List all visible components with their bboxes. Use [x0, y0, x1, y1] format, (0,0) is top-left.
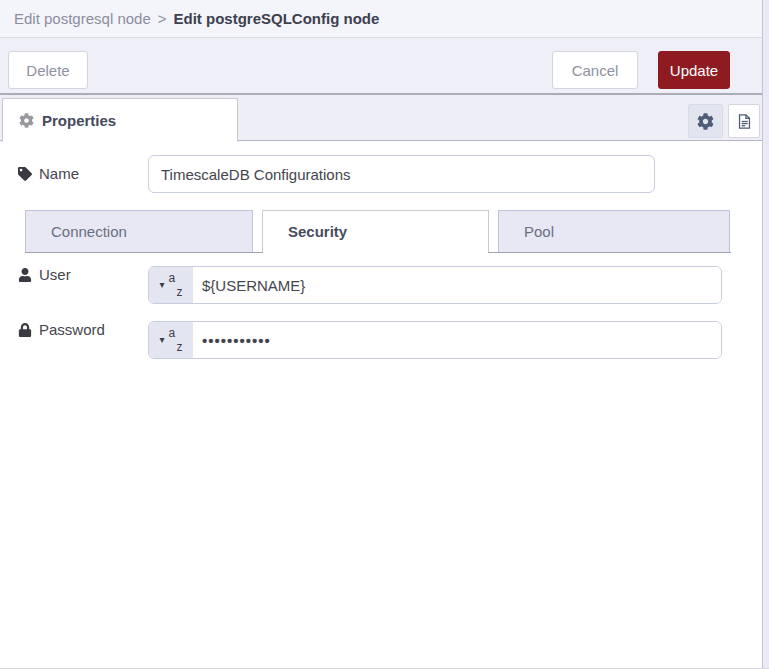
dialog-toolbar: Delete Cancel Update [0, 38, 762, 95]
breadcrumb: Edit postgresql node > Edit postgreSQLCo… [0, 0, 762, 38]
string-type-letter-a: a [169, 272, 176, 284]
tab-properties[interactable]: Properties [2, 98, 238, 142]
string-type-letter-a: a [169, 327, 176, 339]
string-type-icon: a z [169, 329, 183, 351]
gear-button-icon [697, 113, 714, 130]
password-input[interactable] [193, 322, 721, 358]
right-edge-strip [762, 0, 769, 669]
tab-connection-label: Connection [51, 223, 127, 240]
name-input[interactable] [148, 155, 655, 193]
tag-icon [18, 167, 32, 181]
string-type-letter-z: z [177, 341, 183, 353]
password-typed-input: ▾ a z [148, 321, 722, 359]
update-button[interactable]: Update [658, 51, 730, 89]
node-description-button[interactable] [728, 104, 760, 138]
user-input[interactable] [193, 267, 721, 303]
caret-down-icon: ▾ [159, 335, 164, 345]
config-tabs: Connection Security Pool [25, 210, 731, 253]
name-field-label: Name [18, 165, 79, 182]
delete-button[interactable]: Delete [8, 51, 88, 89]
name-label-text: Name [39, 165, 79, 182]
lock-icon [18, 323, 32, 337]
password-field-label: Password [18, 321, 105, 338]
tab-security-label: Security [288, 223, 347, 240]
edit-config-node-dialog: Edit postgresql node > Edit postgreSQLCo… [0, 0, 769, 669]
breadcrumb-separator: > [158, 10, 167, 27]
document-button-icon [736, 113, 753, 130]
user-icon [18, 268, 32, 282]
breadcrumb-parent[interactable]: Edit postgresql node [14, 10, 151, 27]
gear-icon [19, 113, 34, 128]
tab-pool[interactable]: Pool [498, 210, 730, 252]
user-typed-input: ▾ a z [148, 266, 722, 304]
string-type-letter-z: z [177, 286, 183, 298]
tab-security[interactable]: Security [262, 210, 489, 252]
cancel-button[interactable]: Cancel [552, 51, 638, 89]
password-label-text: Password [39, 321, 105, 338]
tab-properties-label: Properties [42, 112, 116, 129]
properties-panel-content: Name Connection Security Pool User ▾ a z [0, 141, 762, 669]
tab-connection[interactable]: Connection [25, 210, 253, 252]
caret-down-icon: ▾ [159, 280, 164, 290]
editor-tab-bar: Properties [0, 95, 762, 141]
tab-pool-label: Pool [524, 223, 554, 240]
password-type-select-button[interactable]: ▾ a z [149, 322, 193, 358]
user-type-select-button[interactable]: ▾ a z [149, 267, 193, 303]
user-label-text: User [39, 266, 71, 283]
user-field-label: User [18, 266, 71, 283]
breadcrumb-current: Edit postgreSQLConfig node [174, 10, 380, 27]
node-settings-button[interactable] [688, 104, 723, 138]
string-type-icon: a z [169, 274, 183, 296]
